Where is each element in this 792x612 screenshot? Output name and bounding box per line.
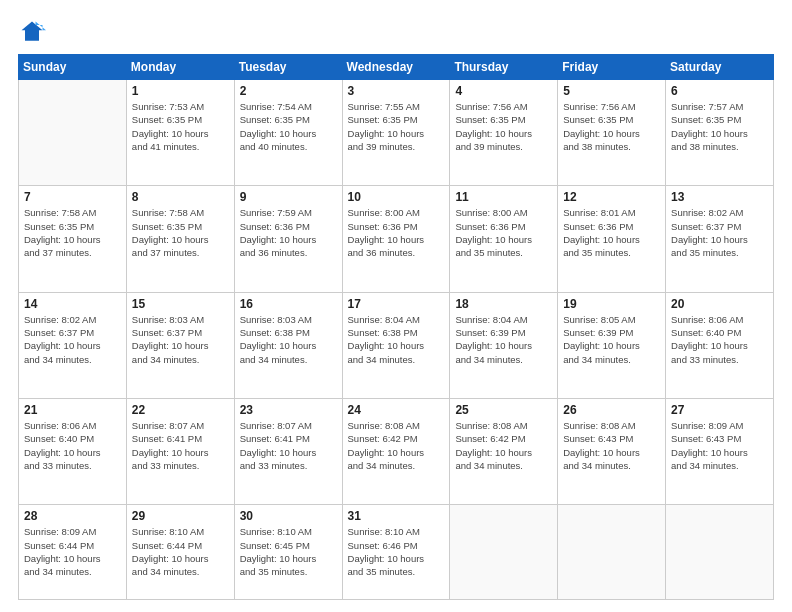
calendar-cell: 2Sunrise: 7:54 AM Sunset: 6:35 PM Daylig… (234, 80, 342, 186)
day-number: 16 (240, 297, 337, 311)
calendar-cell: 16Sunrise: 8:03 AM Sunset: 6:38 PM Dayli… (234, 292, 342, 398)
calendar-cell: 24Sunrise: 8:08 AM Sunset: 6:42 PM Dayli… (342, 399, 450, 505)
calendar-cell: 10Sunrise: 8:00 AM Sunset: 6:36 PM Dayli… (342, 186, 450, 292)
day-number: 20 (671, 297, 768, 311)
weekday-header-wednesday: Wednesday (342, 55, 450, 80)
calendar-cell: 20Sunrise: 8:06 AM Sunset: 6:40 PM Dayli… (666, 292, 774, 398)
calendar-cell: 19Sunrise: 8:05 AM Sunset: 6:39 PM Dayli… (558, 292, 666, 398)
day-info: Sunrise: 8:01 AM Sunset: 6:36 PM Dayligh… (563, 206, 660, 259)
day-info: Sunrise: 8:00 AM Sunset: 6:36 PM Dayligh… (455, 206, 552, 259)
day-info: Sunrise: 8:10 AM Sunset: 6:46 PM Dayligh… (348, 525, 445, 578)
calendar-cell: 23Sunrise: 8:07 AM Sunset: 6:41 PM Dayli… (234, 399, 342, 505)
day-number: 15 (132, 297, 229, 311)
calendar-cell: 14Sunrise: 8:02 AM Sunset: 6:37 PM Dayli… (19, 292, 127, 398)
day-info: Sunrise: 8:08 AM Sunset: 6:42 PM Dayligh… (348, 419, 445, 472)
day-number: 2 (240, 84, 337, 98)
day-info: Sunrise: 8:09 AM Sunset: 6:44 PM Dayligh… (24, 525, 121, 578)
day-info: Sunrise: 8:02 AM Sunset: 6:37 PM Dayligh… (24, 313, 121, 366)
calendar-cell: 31Sunrise: 8:10 AM Sunset: 6:46 PM Dayli… (342, 505, 450, 600)
day-number: 6 (671, 84, 768, 98)
week-row-1: 1Sunrise: 7:53 AM Sunset: 6:35 PM Daylig… (19, 80, 774, 186)
calendar-cell (666, 505, 774, 600)
calendar-cell: 26Sunrise: 8:08 AM Sunset: 6:43 PM Dayli… (558, 399, 666, 505)
day-info: Sunrise: 7:56 AM Sunset: 6:35 PM Dayligh… (455, 100, 552, 153)
weekday-header-monday: Monday (126, 55, 234, 80)
day-number: 18 (455, 297, 552, 311)
weekday-header-row: SundayMondayTuesdayWednesdayThursdayFrid… (19, 55, 774, 80)
weekday-header-thursday: Thursday (450, 55, 558, 80)
day-number: 31 (348, 509, 445, 523)
day-info: Sunrise: 8:06 AM Sunset: 6:40 PM Dayligh… (24, 419, 121, 472)
day-number: 12 (563, 190, 660, 204)
calendar-cell (450, 505, 558, 600)
logo-icon (18, 18, 46, 46)
day-number: 24 (348, 403, 445, 417)
day-info: Sunrise: 7:55 AM Sunset: 6:35 PM Dayligh… (348, 100, 445, 153)
weekday-header-sunday: Sunday (19, 55, 127, 80)
page: SundayMondayTuesdayWednesdayThursdayFrid… (0, 0, 792, 612)
logo (18, 18, 50, 46)
day-info: Sunrise: 8:08 AM Sunset: 6:42 PM Dayligh… (455, 419, 552, 472)
day-number: 10 (348, 190, 445, 204)
week-row-4: 21Sunrise: 8:06 AM Sunset: 6:40 PM Dayli… (19, 399, 774, 505)
day-info: Sunrise: 8:00 AM Sunset: 6:36 PM Dayligh… (348, 206, 445, 259)
calendar-cell: 25Sunrise: 8:08 AM Sunset: 6:42 PM Dayli… (450, 399, 558, 505)
week-row-3: 14Sunrise: 8:02 AM Sunset: 6:37 PM Dayli… (19, 292, 774, 398)
weekday-header-saturday: Saturday (666, 55, 774, 80)
day-number: 30 (240, 509, 337, 523)
calendar-cell (558, 505, 666, 600)
calendar-cell: 15Sunrise: 8:03 AM Sunset: 6:37 PM Dayli… (126, 292, 234, 398)
day-number: 1 (132, 84, 229, 98)
day-number: 19 (563, 297, 660, 311)
day-number: 21 (24, 403, 121, 417)
day-info: Sunrise: 7:58 AM Sunset: 6:35 PM Dayligh… (132, 206, 229, 259)
day-info: Sunrise: 8:02 AM Sunset: 6:37 PM Dayligh… (671, 206, 768, 259)
day-info: Sunrise: 7:58 AM Sunset: 6:35 PM Dayligh… (24, 206, 121, 259)
calendar-cell: 6Sunrise: 7:57 AM Sunset: 6:35 PM Daylig… (666, 80, 774, 186)
day-info: Sunrise: 8:10 AM Sunset: 6:44 PM Dayligh… (132, 525, 229, 578)
day-number: 3 (348, 84, 445, 98)
calendar-cell: 9Sunrise: 7:59 AM Sunset: 6:36 PM Daylig… (234, 186, 342, 292)
day-info: Sunrise: 7:57 AM Sunset: 6:35 PM Dayligh… (671, 100, 768, 153)
calendar-cell: 17Sunrise: 8:04 AM Sunset: 6:38 PM Dayli… (342, 292, 450, 398)
day-number: 17 (348, 297, 445, 311)
day-number: 28 (24, 509, 121, 523)
calendar-cell: 21Sunrise: 8:06 AM Sunset: 6:40 PM Dayli… (19, 399, 127, 505)
day-number: 23 (240, 403, 337, 417)
calendar-cell: 27Sunrise: 8:09 AM Sunset: 6:43 PM Dayli… (666, 399, 774, 505)
day-number: 4 (455, 84, 552, 98)
day-number: 5 (563, 84, 660, 98)
day-info: Sunrise: 8:03 AM Sunset: 6:37 PM Dayligh… (132, 313, 229, 366)
weekday-header-tuesday: Tuesday (234, 55, 342, 80)
day-info: Sunrise: 8:04 AM Sunset: 6:39 PM Dayligh… (455, 313, 552, 366)
day-info: Sunrise: 8:10 AM Sunset: 6:45 PM Dayligh… (240, 525, 337, 578)
day-info: Sunrise: 8:05 AM Sunset: 6:39 PM Dayligh… (563, 313, 660, 366)
day-number: 27 (671, 403, 768, 417)
header (18, 18, 774, 46)
weekday-header-friday: Friday (558, 55, 666, 80)
day-number: 14 (24, 297, 121, 311)
day-info: Sunrise: 7:56 AM Sunset: 6:35 PM Dayligh… (563, 100, 660, 153)
calendar-cell (19, 80, 127, 186)
svg-marker-0 (22, 22, 43, 41)
day-number: 8 (132, 190, 229, 204)
day-info: Sunrise: 7:59 AM Sunset: 6:36 PM Dayligh… (240, 206, 337, 259)
calendar-cell: 18Sunrise: 8:04 AM Sunset: 6:39 PM Dayli… (450, 292, 558, 398)
day-info: Sunrise: 7:53 AM Sunset: 6:35 PM Dayligh… (132, 100, 229, 153)
calendar-cell: 1Sunrise: 7:53 AM Sunset: 6:35 PM Daylig… (126, 80, 234, 186)
calendar-cell: 4Sunrise: 7:56 AM Sunset: 6:35 PM Daylig… (450, 80, 558, 186)
week-row-2: 7Sunrise: 7:58 AM Sunset: 6:35 PM Daylig… (19, 186, 774, 292)
day-number: 25 (455, 403, 552, 417)
calendar-cell: 7Sunrise: 7:58 AM Sunset: 6:35 PM Daylig… (19, 186, 127, 292)
day-info: Sunrise: 8:06 AM Sunset: 6:40 PM Dayligh… (671, 313, 768, 366)
calendar-cell: 22Sunrise: 8:07 AM Sunset: 6:41 PM Dayli… (126, 399, 234, 505)
calendar-cell: 30Sunrise: 8:10 AM Sunset: 6:45 PM Dayli… (234, 505, 342, 600)
day-number: 22 (132, 403, 229, 417)
day-info: Sunrise: 8:03 AM Sunset: 6:38 PM Dayligh… (240, 313, 337, 366)
day-number: 26 (563, 403, 660, 417)
calendar-cell: 8Sunrise: 7:58 AM Sunset: 6:35 PM Daylig… (126, 186, 234, 292)
day-number: 13 (671, 190, 768, 204)
calendar-cell: 29Sunrise: 8:10 AM Sunset: 6:44 PM Dayli… (126, 505, 234, 600)
calendar-cell: 12Sunrise: 8:01 AM Sunset: 6:36 PM Dayli… (558, 186, 666, 292)
calendar-table: SundayMondayTuesdayWednesdayThursdayFrid… (18, 54, 774, 600)
